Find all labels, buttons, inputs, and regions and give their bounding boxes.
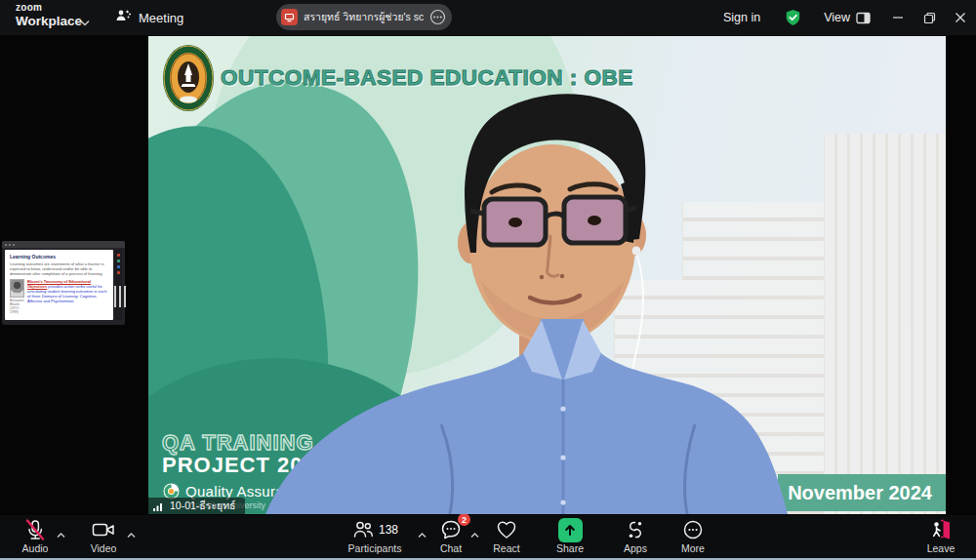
presenter-person bbox=[148, 36, 946, 514]
more-button[interactable]: More bbox=[671, 518, 714, 554]
bloom-portrait-photo bbox=[10, 279, 24, 298]
shared-app-icon bbox=[281, 9, 298, 25]
participants-label: Participants bbox=[348, 542, 402, 554]
security-shield-icon[interactable] bbox=[774, 8, 812, 27]
shared-screen-thumbnail[interactable]: Learning Outcomes Learning outcomes are … bbox=[2, 241, 125, 325]
audio-label: Audio bbox=[22, 542, 49, 554]
meeting-toolbar: Audio Video bbox=[0, 515, 976, 560]
view-button[interactable]: View bbox=[812, 11, 882, 24]
more-label: More bbox=[681, 542, 705, 554]
thumbnail-window-bar bbox=[2, 241, 125, 248]
chat-unread-badge: 2 bbox=[458, 513, 470, 526]
logo-line1: zoom bbox=[16, 3, 82, 13]
speaker-video[interactable]: OUTCOME-BASED EDUCATION : OBE bbox=[148, 36, 946, 514]
meeting-tab-label: Meeting bbox=[139, 11, 183, 25]
mic-muted-icon bbox=[23, 518, 47, 541]
audio-options-chevron[interactable] bbox=[57, 525, 65, 542]
share-label: Share bbox=[556, 542, 584, 554]
share-button[interactable]: Share bbox=[549, 518, 591, 554]
chevron-down-icon[interactable] bbox=[80, 13, 90, 30]
video-options-chevron[interactable] bbox=[127, 525, 136, 542]
chat-button[interactable]: 2 Chat bbox=[429, 518, 472, 554]
zoom-workplace-logo: zoom Workplace bbox=[16, 3, 82, 28]
thumbnail-resize-handle[interactable] bbox=[114, 286, 126, 307]
thumbnail-side-strip bbox=[114, 250, 122, 320]
pill-ellipsis-icon[interactable] bbox=[429, 9, 446, 25]
thumb-slide-title: Learning Outcomes bbox=[10, 254, 109, 260]
signal-bars-icon bbox=[153, 501, 165, 511]
leave-button[interactable]: Leave bbox=[915, 518, 966, 554]
camera-icon bbox=[91, 518, 116, 541]
participants-options-chevron[interactable] bbox=[418, 525, 427, 542]
apps-icon bbox=[624, 518, 647, 541]
close-button[interactable] bbox=[945, 0, 976, 35]
react-label: React bbox=[493, 542, 519, 554]
meeting-people-icon bbox=[115, 9, 132, 26]
chat-label: Chat bbox=[440, 542, 462, 554]
more-ellipsis-icon bbox=[681, 518, 705, 541]
heart-icon bbox=[495, 518, 518, 541]
logo-line2: Workplace bbox=[16, 15, 82, 28]
meeting-stage: OUTCOME-BASED EDUCATION : OBE bbox=[0, 35, 976, 515]
shared-screen-label: สรายุทธ์ วิทยากรผู้ช่วย's screen bbox=[304, 9, 424, 25]
view-layout-icon bbox=[856, 12, 871, 24]
participant-name-tag: 10-01-ธีระยุทธ์ bbox=[148, 498, 245, 514]
chat-icon: 2 bbox=[439, 518, 463, 541]
react-button[interactable]: React bbox=[485, 518, 528, 554]
audio-button[interactable]: Audio bbox=[10, 518, 61, 554]
participants-icon bbox=[351, 518, 375, 541]
chat-options-chevron[interactable] bbox=[470, 525, 479, 542]
leave-door-icon bbox=[928, 518, 954, 541]
video-label: Video bbox=[91, 542, 117, 554]
apps-label: Apps bbox=[624, 542, 647, 554]
tab-meeting[interactable]: Meeting bbox=[109, 0, 189, 35]
zoom-window: zoom Workplace Meeting bbox=[0, 0, 976, 560]
view-label: View bbox=[824, 11, 850, 24]
video-button[interactable]: Video bbox=[78, 518, 129, 554]
sign-in-button[interactable]: Sign in bbox=[710, 11, 774, 24]
leave-label: Leave bbox=[927, 542, 956, 554]
maximize-button[interactable] bbox=[914, 0, 945, 35]
thumb-photo-caption: Benjamin Bloom (1913 - 1999) bbox=[10, 299, 24, 314]
thumb-slide-body: Learning outcomes are statements of what… bbox=[10, 261, 109, 276]
thumbnail-slide: Learning Outcomes Learning outcomes are … bbox=[5, 250, 113, 320]
participant-name: 10-01-ธีระยุทธ์ bbox=[170, 498, 236, 514]
share-screen-icon bbox=[558, 518, 583, 542]
shared-screen-pill[interactable]: สรายุทธ์ วิทยากรผู้ช่วย's screen bbox=[276, 4, 452, 30]
minimize-button[interactable] bbox=[882, 0, 914, 35]
title-bar: zoom Workplace Meeting bbox=[0, 0, 976, 35]
participants-count: 138 bbox=[379, 523, 398, 537]
apps-button[interactable]: Apps bbox=[614, 518, 657, 554]
participants-button[interactable]: 138 Participants bbox=[340, 518, 410, 554]
thumb-slide-body2: Bloom's Taxonomy of Educational Objectiv… bbox=[27, 279, 109, 314]
